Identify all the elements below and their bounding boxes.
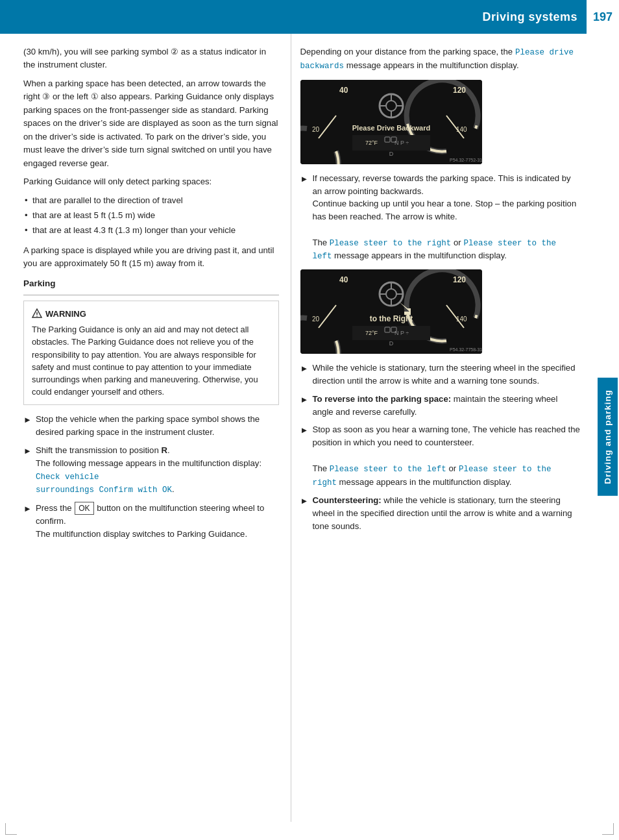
svg-text:40: 40	[339, 275, 348, 284]
warning-title: WARNING	[32, 308, 271, 321]
when-para: When a parking space has been detected, …	[23, 77, 279, 170]
right-instr-2a: ► While the vehicle is stationary, turn …	[300, 362, 580, 388]
page-number: 197	[593, 10, 613, 24]
svg-text:72°F: 72°F	[365, 140, 378, 146]
arrow-icon-r2c: ►	[300, 424, 309, 489]
right-instr-2d-text: Countersteering: while the vehicle is st…	[312, 494, 580, 532]
left-instructions: ► Stop the vehicle when the parking spac…	[23, 413, 279, 540]
display-para: A parking space is displayed while you a…	[23, 244, 279, 271]
instr-shift-text: Shift the transmission to position R. Th…	[36, 444, 279, 497]
svg-text:20: 20	[312, 315, 320, 323]
header-page-box: 197	[585, 0, 619, 34]
svg-text:D: D	[389, 151, 393, 157]
bullet-item-2: that are at least 5 ft (1.5 m) wide	[23, 209, 279, 222]
warning-icon	[32, 308, 42, 319]
warning-label: WARNING	[45, 308, 86, 321]
content-wrapper: (30 km/h), you will see parking symbol ②…	[18, 34, 585, 822]
svg-text:120: 120	[453, 275, 466, 284]
right-instr-2b-text: To reverse into the parking space: maint…	[312, 393, 580, 419]
instr-stop-text: Stop the vehicle when the parking space …	[36, 413, 279, 439]
right-instr-2b: ► To reverse into the parking space: mai…	[300, 393, 580, 419]
svg-text:P54.32-7758-31: P54.32-7758-31	[450, 347, 482, 352]
right-column: Depending on your distance from the park…	[291, 34, 585, 822]
svg-text:D: D	[389, 340, 393, 347]
arrow-icon-r2b: ►	[300, 393, 309, 419]
cluster-image-2: 20 40 120 140 to the Right	[300, 269, 482, 354]
cluster-image-1: 20 40 120 140 Please Drive Backward	[300, 80, 482, 164]
svg-text:to the Right: to the Right	[369, 314, 413, 323]
sidebar-label: Driving and parking	[596, 34, 619, 840]
detect-para: Parking Guidance will only detect parkin…	[23, 175, 279, 188]
svg-point-2	[36, 316, 38, 317]
ok-button-label: OK	[75, 502, 93, 515]
right-instructions-1: ► If necessary, reverse towards the park…	[300, 172, 580, 263]
page-title: Driving systems	[482, 10, 577, 24]
svg-text:72°F: 72°F	[365, 330, 378, 336]
parking-heading: Parking	[23, 277, 279, 291]
intro-para: (30 km/h), you will see parking symbol ②…	[23, 45, 279, 72]
arrow-icon-3: ►	[23, 502, 32, 541]
warning-box: WARNING The Parking Guidance is only an …	[23, 301, 279, 406]
arrow-icon-r1: ►	[300, 173, 309, 263]
sidebar-label-text: Driving and parking	[598, 378, 618, 496]
right-instr-2c-text: Stop as soon as you hear a warning tone,…	[312, 423, 580, 489]
instr-press-text: Press the OK button on the multifunction…	[36, 502, 279, 541]
arrow-icon-r2a: ►	[300, 362, 309, 388]
instr-shift: ► Shift the transmission to position R. …	[23, 444, 279, 497]
header-bar: Driving systems 197	[0, 0, 619, 34]
right-instructions-2: ► While the vehicle is stationary, turn …	[300, 362, 580, 532]
right-instr-2d: ► Countersteering: while the vehicle is …	[300, 494, 580, 532]
svg-text:40: 40	[339, 86, 348, 95]
bullet-list: that are parallel to the direction of tr…	[23, 194, 279, 238]
left-column: (30 km/h), you will see parking symbol ②…	[18, 34, 291, 822]
svg-text:P54.32-7752-31: P54.32-7752-31	[450, 158, 482, 162]
check-vehicle-code: Check vehiclesurroundings Confirm with O…	[36, 473, 172, 495]
arrow-icon-r2d: ►	[300, 495, 309, 532]
svg-text:120: 120	[453, 86, 466, 95]
bullet-item-1: that are parallel to the direction of tr…	[23, 194, 279, 207]
right-instr-2a-text: While the vehicle is stationary, turn th…	[312, 362, 580, 388]
instr-press: ► Press the OK button on the multifuncti…	[23, 502, 279, 541]
svg-text:Please Drive Backward: Please Drive Backward	[352, 124, 430, 132]
instr-stop: ► Stop the vehicle when the parking spac…	[23, 413, 279, 439]
corner-mark-bl	[5, 823, 17, 835]
header-title-area: Driving systems	[0, 0, 585, 34]
bullet-item-3: that are at least 4.3 ft (1.3 m) longer …	[23, 224, 279, 237]
countersteering-bold: Countersteering:	[312, 495, 381, 505]
warning-text: The Parking Guidance is only an aid and …	[32, 325, 258, 397]
steer-left-code2: Please steer to the left	[330, 465, 446, 474]
r-label: R	[161, 445, 167, 455]
arrow-icon-1: ►	[23, 414, 32, 439]
right-instr-2c: ► Stop as soon as you hear a warning ton…	[300, 423, 580, 489]
right-instr-1: ► If necessary, reverse towards the park…	[300, 172, 580, 263]
steer-right-code: Please steer to the right	[330, 239, 452, 248]
svg-text:20: 20	[312, 126, 320, 133]
please-drive-backwards: Please drivebackwards	[300, 48, 574, 71]
right-instr-1-text: If necessary, reverse towards the parkin…	[312, 172, 580, 263]
right-intro: Depending on your distance from the park…	[300, 45, 580, 73]
to-reverse-bold: To reverse into the parking space:	[312, 394, 451, 404]
arrow-icon-2: ►	[23, 445, 32, 497]
